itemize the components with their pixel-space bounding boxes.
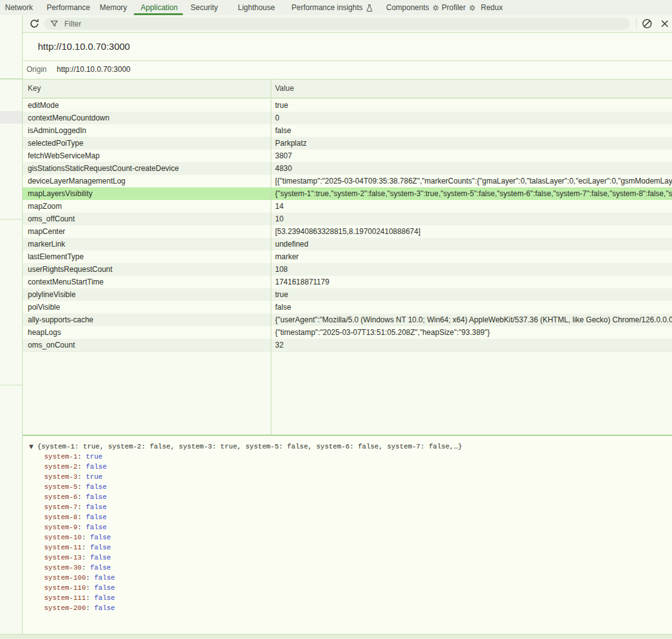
row-key[interactable]: contextMenuStartTime bbox=[23, 276, 271, 288]
table-row[interactable]: markerLinkundefined bbox=[23, 238, 672, 250]
row-key[interactable]: mapLayersVisibility bbox=[23, 187, 271, 200]
object-property[interactable]: system-11: false bbox=[44, 542, 115, 553]
tab-lighthouse[interactable]: Lighthouse bbox=[238, 0, 275, 15]
row-key[interactable]: polylineVisible bbox=[23, 288, 271, 301]
row-key[interactable]: selectedPoiType bbox=[23, 137, 271, 149]
row-key[interactable]: mapCenter bbox=[23, 225, 271, 238]
object-preview-summary[interactable]: ▼{system-1: true, system-2: false, syste… bbox=[29, 442, 462, 452]
row-value[interactable]: 14 bbox=[271, 200, 672, 213]
tab-redux[interactable]: Redux bbox=[481, 0, 503, 15]
row-key[interactable]: markerLink bbox=[23, 238, 271, 250]
bottom-scrollbar-strip[interactable] bbox=[0, 634, 672, 639]
tab-performance-insights[interactable]: Performance insights bbox=[292, 0, 373, 15]
row-value[interactable]: 1741618871179 bbox=[271, 276, 672, 288]
object-property[interactable]: system-1: true bbox=[44, 452, 115, 462]
object-property[interactable]: system-9: false bbox=[44, 522, 115, 532]
tab-security[interactable]: Security bbox=[191, 0, 218, 15]
object-property[interactable]: system-5: false bbox=[44, 482, 115, 492]
table-row[interactable]: deviceLayerManagementLog[{"timestamp":"2… bbox=[23, 175, 672, 187]
row-value[interactable]: 32 bbox=[271, 339, 672, 351]
object-property[interactable]: system-100: false bbox=[44, 573, 115, 583]
object-property[interactable]: system-13: false bbox=[44, 553, 115, 563]
table-row[interactable]: heapLogs{"timestamp":"2025-03-07T13:51:0… bbox=[23, 326, 672, 339]
table-row[interactable]: oms_offCount10 bbox=[23, 213, 672, 225]
clear-storage-icon[interactable] bbox=[642, 18, 652, 29]
row-key[interactable]: mapZoom bbox=[23, 200, 271, 213]
object-property[interactable]: system-3: true bbox=[44, 472, 115, 482]
table-row[interactable]: polylineVisibletrue bbox=[23, 288, 672, 301]
tab-profiler[interactable]: Profiler bbox=[442, 0, 476, 15]
storage-table: editModetrue contextMenuCountdown0 isAdm… bbox=[23, 99, 672, 352]
row-value[interactable]: Parkplatz bbox=[271, 137, 672, 149]
row-key[interactable]: heapLogs bbox=[23, 326, 271, 339]
close-icon[interactable] bbox=[659, 18, 670, 29]
table-row[interactable]: editModetrue bbox=[23, 99, 672, 112]
object-property[interactable]: system-2: false bbox=[44, 462, 115, 472]
object-property[interactable]: system-200: false bbox=[44, 603, 115, 613]
row-key[interactable]: gisStationsStaticRequestCount-createDevi… bbox=[23, 162, 271, 175]
row-value[interactable]: {"userAgent":"Mozilla/5.0 (Windows NT 10… bbox=[271, 314, 672, 326]
column-header-value[interactable]: Value bbox=[271, 79, 672, 98]
row-key[interactable]: fetchWebServiceMap bbox=[23, 149, 271, 162]
object-property[interactable]: system-7: false bbox=[44, 502, 115, 512]
row-value[interactable]: 3807 bbox=[271, 149, 672, 162]
row-value[interactable]: {"system-1":true,"system-2":false,"syste… bbox=[271, 187, 672, 200]
row-value[interactable]: [{"timestamp":"2025-03-04T09:35:38.786Z"… bbox=[271, 175, 672, 187]
row-value[interactable]: 4830 bbox=[271, 162, 672, 175]
table-row[interactable]: mapCenter[53.23940863328815,8.1970024108… bbox=[23, 225, 672, 238]
filter-input[interactable] bbox=[63, 19, 596, 29]
table-row[interactable]: ally-supports-cache{"userAgent":"Mozilla… bbox=[23, 314, 672, 326]
row-key[interactable]: contextMenuCountdown bbox=[23, 112, 271, 124]
table-row[interactable]: isAdminLoggedInfalse bbox=[23, 124, 672, 137]
row-key[interactable]: isAdminLoggedIn bbox=[23, 124, 271, 137]
table-row[interactable]: mapZoom14 bbox=[23, 200, 672, 213]
table-row[interactable]: contextMenuStartTime1741618871179 bbox=[23, 276, 672, 288]
column-header-key[interactable]: Key bbox=[23, 79, 271, 98]
object-property[interactable]: system-30: false bbox=[44, 563, 115, 573]
row-value[interactable]: 108 bbox=[271, 263, 672, 276]
row-value[interactable]: false bbox=[271, 124, 672, 137]
row-key[interactable]: oms_onCount bbox=[23, 339, 271, 351]
object-property[interactable]: system-110: false bbox=[44, 583, 115, 593]
expand-triangle-icon[interactable]: ▼ bbox=[29, 443, 33, 450]
object-property[interactable]: system-10: false bbox=[44, 532, 115, 542]
row-key[interactable]: editMode bbox=[23, 99, 271, 112]
row-key[interactable]: ally-supports-cache bbox=[23, 314, 271, 326]
row-key[interactable]: deviceLayerManagementLog bbox=[23, 175, 271, 187]
table-row[interactable]: gisStationsStaticRequestCount-createDevi… bbox=[23, 162, 672, 175]
filter-box[interactable] bbox=[44, 18, 630, 30]
row-value[interactable]: false bbox=[271, 301, 672, 314]
object-property[interactable]: system-8: false bbox=[44, 512, 115, 522]
row-value[interactable]: 0 bbox=[271, 112, 672, 124]
row-value[interactable]: [53.23940863328815,8.197002410888674] bbox=[271, 225, 672, 238]
row-value[interactable]: true bbox=[271, 99, 672, 112]
row-key[interactable]: userRightsRequestCount bbox=[23, 263, 271, 276]
table-row[interactable]: oms_onCount32 bbox=[23, 339, 672, 352]
sidebar-tree-selected-sliver[interactable] bbox=[0, 111, 22, 124]
row-value[interactable]: true bbox=[271, 288, 672, 301]
object-property[interactable]: system-111: false bbox=[44, 593, 115, 603]
row-value[interactable]: {"timestamp":"2025-03-07T13:51:05.208Z",… bbox=[271, 326, 672, 339]
table-row[interactable]: fetchWebServiceMap3807 bbox=[23, 149, 672, 162]
row-value[interactable]: marker bbox=[271, 250, 672, 263]
table-row-selected[interactable]: mapLayersVisibility{"system-1":true,"sys… bbox=[23, 187, 672, 200]
object-property[interactable]: system-6: false bbox=[44, 492, 115, 502]
table-row[interactable]: contextMenuCountdown0 bbox=[23, 112, 672, 124]
table-row[interactable]: poiVisiblefalse bbox=[23, 301, 672, 314]
devtools-window: Network Performance Memory Application S… bbox=[0, 0, 672, 639]
row-key[interactable]: lastElementType bbox=[23, 250, 271, 263]
table-row[interactable]: selectedPoiTypeParkplatz bbox=[23, 137, 672, 149]
tab-memory[interactable]: Memory bbox=[100, 0, 127, 15]
origin-label: Origin bbox=[27, 65, 47, 74]
storage-title-section: http://10.10.0.70:3000 bbox=[23, 33, 672, 61]
row-value[interactable]: 10 bbox=[271, 213, 672, 225]
refresh-button[interactable] bbox=[29, 18, 40, 30]
row-key[interactable]: poiVisible bbox=[23, 301, 271, 314]
tab-performance[interactable]: Performance bbox=[47, 0, 90, 15]
row-value[interactable]: undefined bbox=[271, 238, 672, 250]
tab-components[interactable]: Components bbox=[386, 0, 439, 15]
table-row[interactable]: userRightsRequestCount108 bbox=[23, 263, 672, 276]
row-key[interactable]: oms_offCount bbox=[23, 213, 271, 225]
table-row[interactable]: lastElementTypemarker bbox=[23, 250, 672, 263]
tab-network[interactable]: Network bbox=[5, 0, 33, 15]
